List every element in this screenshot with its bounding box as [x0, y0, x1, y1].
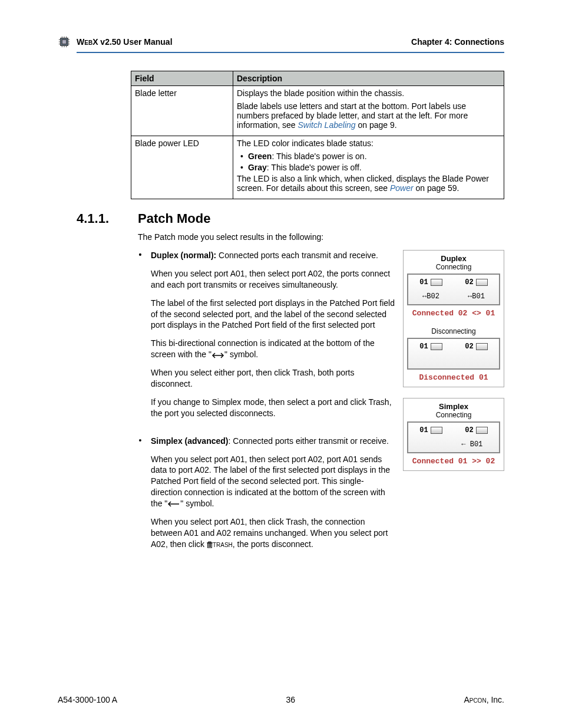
field-table: Field Description Blade letter Displays … — [131, 71, 504, 199]
svg-rect-18 — [209, 542, 211, 543]
patch-label: ← B01 — [461, 440, 482, 449]
page-number: 36 — [286, 695, 296, 704]
status-text: Connected 02 <> 01 — [406, 309, 501, 318]
port-01: 01 — [419, 426, 442, 434]
port-02: 02 — [465, 342, 487, 351]
company-name: Apcon, Inc. — [464, 695, 504, 704]
link-power[interactable]: Power — [390, 183, 414, 193]
bullet-icon: • — [138, 250, 143, 426]
port-led-icon — [476, 427, 488, 434]
port-led-icon — [476, 343, 488, 350]
chip-icon — [58, 35, 71, 48]
doc-number: A54-3000-100 A — [58, 695, 117, 704]
patch-label: ↔B02 — [422, 292, 439, 301]
port-led-icon — [431, 427, 442, 434]
field-desc: The LED color indicates blade status: Gr… — [233, 136, 504, 199]
section-intro: The Patch mode you select results in the… — [138, 232, 504, 242]
field-name: Blade power LED — [131, 136, 233, 199]
table-row: Blade letter Displays the blade position… — [131, 86, 504, 136]
bullet-icon — [240, 163, 243, 172]
manual-title: WebX v2.50 User Manual — [77, 37, 173, 47]
left-arrow-icon — [167, 501, 180, 507]
port-led-icon — [431, 343, 442, 350]
link-switch-labeling[interactable]: Switch Labeling — [298, 120, 356, 130]
col-description: Description — [233, 71, 504, 86]
port-led-icon — [431, 279, 442, 286]
port-01: 01 — [419, 342, 442, 351]
section-number: 4.1.1. — [77, 211, 124, 226]
status-text: Connected 01 >> 02 — [406, 457, 501, 466]
status-text: Disconnected 01 — [406, 373, 501, 382]
table-row: Blade power LED The LED color indicates … — [131, 136, 504, 199]
chapter-title: Chapter 4: Connections — [411, 37, 504, 47]
patch-label: ↔B01 — [468, 292, 485, 301]
port-01: 01 — [419, 278, 442, 286]
port-02: 02 — [465, 278, 487, 286]
bidir-arrow-icon — [211, 353, 224, 358]
port-02: 02 — [465, 426, 487, 434]
port-led-icon — [476, 279, 488, 286]
col-field: Field — [131, 71, 233, 86]
section-title: Patch Mode — [138, 211, 210, 226]
header-rule — [77, 52, 504, 53]
bullet-icon: • — [138, 436, 143, 557]
figure-duplex: Duplex Connecting 01 02 ↔B02 ↔B01 Connec… — [403, 250, 504, 387]
bullet-icon — [240, 151, 243, 161]
figure-simplex: Simplex Connecting 01 02 ← B01 Connected… — [403, 398, 504, 471]
svg-rect-1 — [62, 39, 66, 44]
trash-icon — [207, 541, 213, 548]
field-name: Blade letter — [131, 86, 233, 136]
field-desc: Displays the blade position within the c… — [233, 86, 504, 136]
